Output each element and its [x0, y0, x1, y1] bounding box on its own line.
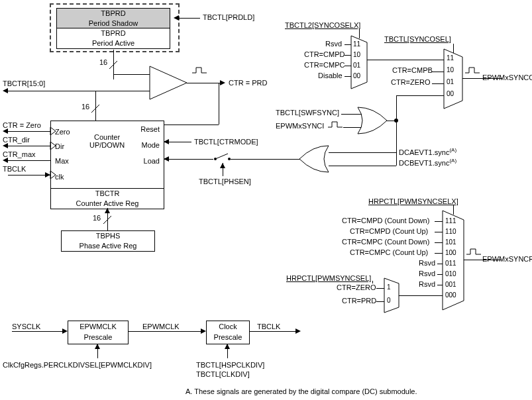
tbctr-out-line [8, 91, 95, 91]
tbctr-reg-sub: Counter Active Reg [76, 199, 139, 207]
hr-c7: 111 [445, 217, 456, 225]
ctr-max-line [8, 160, 50, 161]
svg-line-4 [215, 154, 228, 159]
ctr-prd-label: CTR = PRD [229, 79, 267, 87]
tbctr-reg: TBCTR Counter Active Reg [50, 188, 164, 209]
so-c0: 00 [447, 90, 454, 97]
sx-o0: Disable [318, 72, 343, 79]
tbctr-reg-title: TBCTR [95, 189, 120, 197]
tbctr-out-arr [3, 88, 8, 93]
hr-c2: 010 [445, 270, 456, 277]
comparator-icon [150, 66, 189, 99]
tbprd-bus-width: 16 [99, 58, 107, 66]
hr-out-label: EPWMxSYNCPER [482, 255, 532, 263]
hr-o5: CTR=CMPC (Count Down) [342, 238, 429, 246]
epwmclk-label: EPWMCLK [142, 323, 180, 330]
ctr-dir-arr [3, 143, 8, 148]
syncoselx-sel-line [359, 29, 360, 38]
counter-block: Counter UP/DOWN Zero Dir Max clk Reset M… [50, 121, 164, 189]
ctr-zero-label: CTR = Zero [3, 121, 41, 129]
slash-1 [109, 61, 117, 69]
epwmclk-prescale: EPWMCLKPrescale [68, 321, 129, 344]
ctr-dir-label: CTR_dir [3, 136, 30, 144]
tri-clk [50, 171, 57, 179]
sx-o1: CTR=CMPC [304, 61, 345, 69]
counter-title-wrap: Counter UP/DOWN [89, 133, 125, 149]
in-zero: Zero [55, 128, 70, 136]
so-o2: CTR=CMPB [392, 66, 433, 74]
pulse-icon-4 [466, 248, 481, 256]
hr-c0: 000 [445, 291, 456, 299]
clkdiv-label: TBCTL[CLKDIV] [196, 370, 250, 378]
switch-icon [213, 152, 232, 163]
dca-label: DCAEVT1.sync(A) [399, 147, 456, 156]
tbphs-title: TBPHS [96, 232, 121, 240]
tbprd-active-sub: Period Active [92, 39, 134, 47]
so-o1: CTR=ZERO [391, 78, 431, 86]
hrs-c0: 0 [387, 297, 391, 304]
sysclk-label: SYSCLK [12, 323, 40, 330]
synci-label: EPWMxSYNCI [276, 122, 324, 130]
cmp-in2 [95, 91, 150, 91]
so-c2: 10 [447, 66, 454, 74]
load-line [164, 159, 213, 160]
load-to-or [231, 159, 300, 160]
svg-line-5 [103, 216, 111, 224]
pulse-icon-3 [328, 121, 343, 128]
tbphs-arr [105, 208, 110, 213]
epwmclk-arr [201, 328, 206, 334]
reset-line-v [219, 83, 219, 125]
tbclk-out-label: TBCLK [257, 323, 280, 330]
reset-line-h [164, 125, 219, 125]
syncosel-title: TBCTL[SYNCOSEL] [384, 35, 451, 43]
ctr-zero-arr [3, 128, 8, 134]
hrs-c1: 1 [387, 283, 391, 291]
cmp-out-arr [220, 80, 225, 85]
tri-dir [50, 142, 57, 150]
tbprd-active: TBPRD Period Active [56, 28, 170, 49]
hr-c6: 110 [445, 228, 456, 235]
hrs-o0: CTR=PRD [342, 297, 376, 305]
sx-c1: 01 [353, 62, 360, 69]
sx-o2: CTR=CMPD [304, 50, 345, 58]
hr-o2: Rsvd [419, 270, 435, 277]
pulse-icon-1 [192, 66, 207, 74]
tbclk-label: TBCLK [3, 165, 26, 173]
tbclk-out-arr [295, 328, 301, 334]
slash-3 [103, 216, 111, 224]
counter-title: Counter [94, 133, 120, 141]
hr-o3: Rsvd [419, 259, 435, 267]
phsen-label: TBCTL[PHSEN] [199, 177, 251, 185]
clock-prescale: ClockPrescale [206, 321, 250, 344]
so-c3: 11 [447, 54, 454, 62]
hrpctl-small-title: HRPCTL[PWMSYNCSEL] [286, 274, 371, 282]
tbctr-bus-label: TBCTR[15:0] [3, 79, 45, 87]
sx-c3: 11 [353, 40, 360, 48]
hspclkdiv-label: TBCTL[HSPCLKDIV] [196, 361, 264, 369]
syncoselx-title: TBCTL2[SYNCOSELX] [285, 21, 360, 29]
syncosel-sel-line [453, 44, 454, 53]
phsen-arr [220, 163, 225, 168]
sx-o3: Rsvd [325, 40, 342, 48]
hr-o6: CTR=CMPD (Count Up) [350, 227, 428, 235]
tbprd-shadow-title: TBPRD [101, 9, 125, 17]
sx-c2: 10 [353, 51, 360, 58]
prdld-arrow [174, 15, 179, 21]
svg-line-1 [91, 105, 99, 113]
footnote: A. These signals are generated by the di… [186, 387, 417, 395]
tbprd-active-title: TBPRD [101, 29, 125, 37]
or-gate-1 [358, 107, 391, 134]
prdld-label: TBCTL[PRDLD] [203, 13, 254, 21]
mux-syncosel [444, 49, 468, 148]
slash-2 [91, 105, 99, 113]
hr-o7: CTR=CMPD (Count Down) [342, 217, 429, 225]
ctrmode-label: TBCTL[CTRMODE] [194, 138, 258, 146]
ctr-zero-line [8, 131, 50, 132]
dcb-label: DCBEVT1.sync(A) [399, 158, 456, 167]
tbphs-sub: Phase Active Reg [80, 242, 137, 250]
prdld-line [179, 18, 200, 19]
hrs-o1: CTR=ZERO [337, 283, 376, 291]
hrpctl-title: HRPCTL[PWMSYNCSELX] [368, 197, 458, 205]
load-arr [164, 156, 169, 162]
swfsync-label: TBCTL[SWFSYNC] [276, 109, 339, 117]
